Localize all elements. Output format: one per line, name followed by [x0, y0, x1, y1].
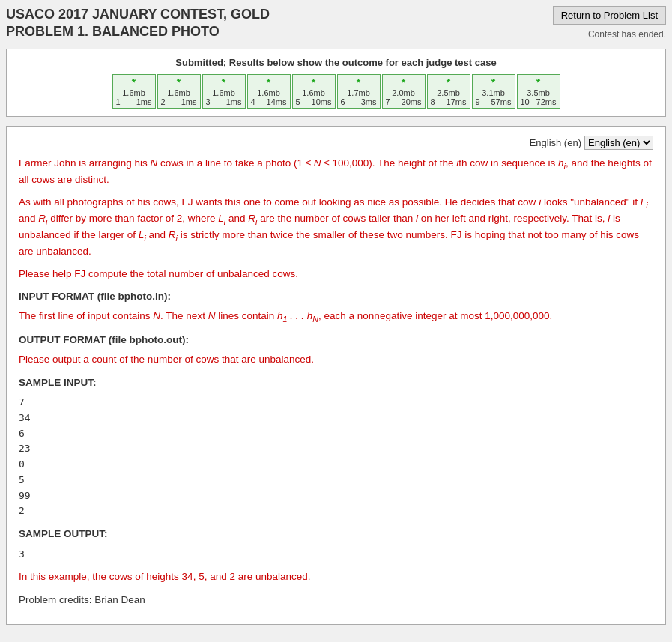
test-case-numtime: 3 1ms: [206, 97, 242, 106]
test-case-numtime: 1 1ms: [116, 97, 152, 106]
test-case-num: 10: [521, 97, 530, 106]
page-title: USACO 2017 January Contest, Gold Problem…: [6, 6, 270, 41]
test-case-num: 7: [386, 97, 390, 106]
test-case-star: *: [116, 76, 152, 88]
test-case: * 1.6mb 4 14ms: [247, 74, 291, 109]
test-case-time: 14ms: [267, 97, 287, 106]
test-case-time: 1ms: [226, 97, 242, 106]
problem-credits: Problem credits: Brian Dean: [19, 593, 653, 608]
test-case-time: 17ms: [447, 97, 467, 106]
input-format-body: The first line of input contains N. The …: [19, 309, 653, 325]
problem-box: English (en) English (en) 中文 (zh) Farmer…: [6, 126, 666, 625]
input-format-header: INPUT FORMAT (file bphoto.in):: [19, 289, 653, 304]
test-case-mem: 1.7mb: [341, 88, 377, 97]
problem-paragraph-3: Please help FJ compute the total number …: [19, 267, 653, 282]
test-cases-container: * 1.6mb 1 1ms * 1.6mb 2 1ms * 1.6mb 3 1m…: [14, 74, 658, 109]
header-right: Return to Problem List Contest has ended…: [553, 6, 666, 40]
test-case: * 2.0mb 7 20ms: [382, 74, 426, 109]
test-case-num: 3: [206, 97, 211, 106]
test-case-numtime: 2 1ms: [161, 97, 197, 106]
test-case-num: 6: [341, 97, 345, 106]
test-case-star: *: [296, 76, 332, 88]
test-case: * 3.1mb 9 57ms: [472, 74, 515, 109]
test-case-time: 10ms: [312, 97, 332, 106]
test-case: * 1.6mb 2 1ms: [157, 74, 201, 109]
test-case-star: *: [431, 76, 467, 88]
test-case-star: *: [386, 76, 422, 88]
problem-paragraph-2: As with all photographs of his cows, FJ …: [19, 195, 653, 259]
test-case-num: 1: [116, 97, 121, 106]
test-case-num: 9: [476, 97, 480, 106]
test-case: * 1.6mb 1 1ms: [112, 74, 156, 109]
sample-input-header: SAMPLE INPUT:: [19, 375, 653, 390]
test-case-mem: 3.5mb: [521, 88, 557, 97]
test-case-numtime: 7 20ms: [386, 97, 422, 106]
test-case-mem: 1.6mb: [251, 88, 287, 97]
language-label: English (en): [530, 137, 581, 148]
test-case-num: 2: [161, 97, 166, 106]
results-box: Submitted; Results below show the outcom…: [6, 49, 666, 117]
test-case-mem: 1.6mb: [116, 88, 152, 97]
test-case-mem: 1.6mb: [206, 88, 242, 97]
test-case: * 2.5mb 8 17ms: [427, 74, 470, 109]
sample-output-header: SAMPLE OUTPUT:: [19, 527, 653, 542]
test-case-star: *: [206, 76, 242, 88]
output-format-header: OUTPUT FORMAT (file bphoto.out):: [19, 333, 653, 348]
output-format-body: Please output a count of the number of c…: [19, 352, 653, 367]
test-case-time: 57ms: [491, 97, 512, 106]
test-case-star: *: [521, 76, 557, 88]
test-case-mem: 2.0mb: [386, 88, 422, 97]
sample-output-data: 3: [19, 547, 653, 563]
test-case: * 1.6mb 5 10ms: [292, 74, 336, 109]
test-case-num: 8: [431, 97, 435, 106]
test-case-numtime: 4 14ms: [251, 97, 287, 106]
language-select[interactable]: English (en) 中文 (zh): [584, 136, 653, 150]
problem-text: Farmer John is arranging his N cows in a…: [19, 156, 653, 608]
test-case-time: 72ms: [536, 97, 557, 106]
test-case: * 1.6mb 3 1ms: [202, 74, 246, 109]
results-title: Submitted; Results below show the outcom…: [14, 57, 658, 68]
test-case-mem: 3.1mb: [476, 88, 512, 97]
test-case-mem: 1.6mb: [296, 88, 332, 97]
test-case-time: 1ms: [181, 97, 197, 106]
test-case: * 1.7mb 6 3ms: [337, 74, 381, 109]
test-case-num: 4: [251, 97, 255, 106]
test-case-mem: 1.6mb: [161, 88, 197, 97]
test-case-mem: 2.5mb: [431, 88, 467, 97]
test-case-time: 3ms: [361, 97, 377, 106]
test-case-numtime: 9 57ms: [476, 97, 512, 106]
test-case: * 3.5mb 10 72ms: [517, 74, 560, 109]
test-case-star: *: [161, 76, 197, 88]
test-case-time: 1ms: [136, 97, 152, 106]
test-case-star: *: [251, 76, 287, 88]
test-case-numtime: 5 10ms: [296, 97, 332, 106]
return-to-problem-list-button[interactable]: Return to Problem List: [553, 6, 666, 25]
problem-paragraph-1: Farmer John is arranging his N cows in a…: [19, 156, 653, 187]
test-case-star: *: [476, 76, 512, 88]
test-case-star: *: [341, 76, 377, 88]
example-note: In this example, the cows of heights 34,…: [19, 569, 653, 584]
test-case-time: 20ms: [402, 97, 422, 106]
test-case-num: 5: [296, 97, 300, 106]
test-case-numtime: 8 17ms: [431, 97, 467, 106]
contest-status: Contest has ended.: [588, 29, 666, 40]
test-case-numtime: 6 3ms: [341, 97, 377, 106]
test-case-numtime: 10 72ms: [521, 97, 557, 106]
sample-input-data: 73462305992: [19, 395, 653, 519]
language-bar: English (en) English (en) 中文 (zh): [19, 136, 653, 150]
